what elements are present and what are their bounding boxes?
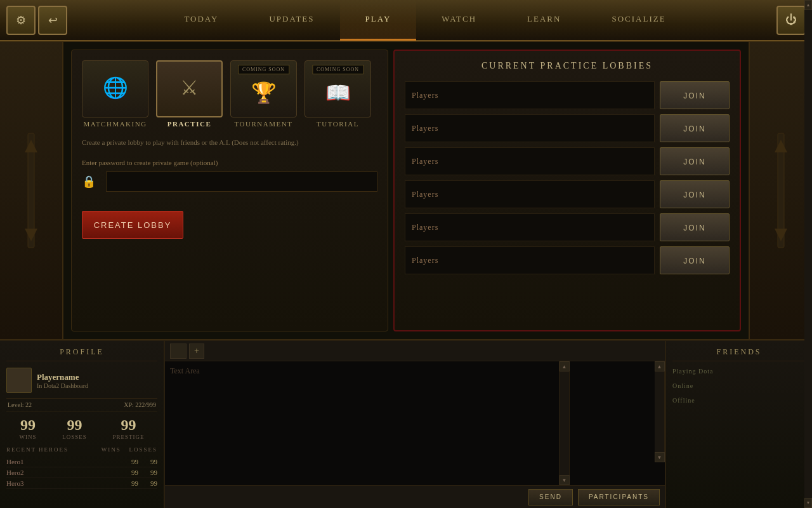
main-content: 🌐 Matchmaking ⚔ Practice Coming Soon 🏆 bbox=[0, 41, 812, 340]
practice-label: Practice bbox=[167, 120, 211, 128]
users-scroll-down-button[interactable]: ▼ bbox=[655, 452, 665, 462]
matchmaking-mode-btn[interactable]: 🌐 bbox=[82, 60, 148, 117]
profile-xp: XP: 222/999 bbox=[124, 401, 156, 408]
chat-scroll-down-button[interactable]: ▼ bbox=[560, 475, 570, 485]
recent-heroes-list: Hero1 99 99 Hero2 99 99 Hero3 99 99 bbox=[6, 457, 157, 489]
matchmaking-label: Matchmaking bbox=[83, 120, 147, 128]
add-chat-tab-button[interactable]: + bbox=[189, 344, 204, 359]
recent-heroes-header: Recent Heroes Wins Losses bbox=[6, 446, 157, 453]
hero-name-3: Hero3 bbox=[6, 479, 119, 487]
lobbies-title: Current Practice Lobbies bbox=[405, 61, 730, 71]
participants-button[interactable]: Participants bbox=[578, 489, 660, 505]
tab-today[interactable]: Today bbox=[159, 0, 244, 41]
chat-scroll[interactable]: ▲ ▼ bbox=[560, 361, 570, 485]
back-button[interactable]: ↩ bbox=[38, 6, 67, 35]
chat-users-area: ▲ ▼ bbox=[570, 361, 665, 485]
right-decoration bbox=[749, 42, 812, 339]
practice-mode-btn[interactable]: ⚔ bbox=[156, 60, 223, 117]
tab-learn[interactable]: Learn bbox=[502, 0, 586, 41]
join-button-6[interactable]: Join bbox=[660, 246, 730, 274]
lobby-row: Players Join bbox=[405, 147, 730, 175]
offline-label: Offline bbox=[672, 397, 806, 404]
right-panel: Current Practice Lobbies Players Join Pl… bbox=[393, 50, 741, 331]
svg-marker-2 bbox=[25, 229, 37, 241]
tutorial-label: Tutorial bbox=[317, 120, 359, 128]
hero-wins-1: 99 bbox=[119, 458, 138, 465]
tab-watch[interactable]: Watch bbox=[416, 0, 502, 41]
hero-losses-2: 99 bbox=[138, 469, 157, 476]
friends-panel: Friends Playing Dota Online Offline ▲ ▼ bbox=[666, 341, 812, 508]
lobby-row: Players Join bbox=[405, 114, 730, 142]
users-scroll-up-button[interactable]: ▲ bbox=[655, 361, 665, 371]
panels-area: 🌐 Matchmaking ⚔ Practice Coming Soon 🏆 bbox=[63, 42, 749, 339]
join-button-5[interactable]: Join bbox=[660, 213, 730, 241]
hero-row-1: Hero1 99 99 bbox=[6, 457, 157, 467]
hero-row-2: Hero2 99 99 bbox=[6, 467, 157, 478]
chat-panel: + Text Area ▲ ▼ ▲ ▼ Send Participants bbox=[165, 341, 666, 508]
password-label: Enter password to create private game (o… bbox=[82, 159, 377, 166]
tutorial-icon: 📖 bbox=[325, 81, 351, 105]
mode-description: Create a private lobby to play with frie… bbox=[82, 138, 377, 147]
hero-losses-1: 99 bbox=[138, 458, 157, 465]
friends-title: Friends bbox=[672, 347, 806, 361]
profile-panel: Profile Playername In Dota2 Dashboard Le… bbox=[0, 341, 165, 508]
friends-scroll-up[interactable]: ▲ bbox=[804, 0, 812, 10]
chat-tabs: + bbox=[165, 341, 665, 361]
create-lobby-button[interactable]: Create Lobby bbox=[82, 211, 183, 239]
tab-play[interactable]: Play bbox=[340, 0, 417, 41]
chat-scroll-up-button[interactable]: ▲ bbox=[560, 361, 570, 371]
hero-wins-3: 99 bbox=[119, 479, 138, 487]
losses-value: 99 bbox=[62, 417, 87, 434]
svg-marker-4 bbox=[775, 140, 787, 152]
tournament-icon: 🏆 bbox=[251, 81, 277, 105]
lobby-row: Players Join bbox=[405, 246, 730, 274]
prestige-stat: 99 Prestige bbox=[113, 417, 145, 440]
hero-name-2: Hero2 bbox=[6, 469, 119, 476]
lobby-row: Players Join bbox=[405, 213, 730, 241]
tab-updates[interactable]: Updates bbox=[244, 0, 339, 41]
profile-info: Playername In Dota2 Dashboard bbox=[37, 372, 88, 389]
hero-wins-2: 99 bbox=[119, 469, 138, 476]
chat-tab[interactable] bbox=[170, 344, 187, 359]
power-button[interactable]: ⏻ bbox=[776, 6, 806, 35]
prestige-label: Prestige bbox=[113, 434, 145, 440]
profile-status: In Dota2 Dashboard bbox=[37, 382, 88, 389]
friends-scrollbar[interactable]: ▲ ▼ bbox=[804, 0, 812, 508]
join-button-4[interactable]: Join bbox=[660, 180, 730, 208]
left-panel: 🌐 Matchmaking ⚔ Practice Coming Soon 🏆 bbox=[71, 50, 388, 331]
tab-socialize[interactable]: Socialize bbox=[586, 0, 691, 41]
password-input[interactable] bbox=[106, 171, 377, 192]
chat-body: Text Area ▲ ▼ ▲ ▼ bbox=[165, 361, 665, 485]
tournament-mode-btn[interactable]: Coming Soon 🏆 bbox=[230, 60, 297, 117]
settings-button[interactable]: ⚙ bbox=[6, 6, 36, 35]
losses-stat: 99 Losses bbox=[62, 417, 87, 440]
avatar bbox=[6, 368, 32, 393]
matchmaking-icon: 🌐 bbox=[103, 76, 128, 100]
top-bar: ⚙ ↩ Today Updates Play Watch Learn Socia… bbox=[0, 0, 812, 41]
top-icons: ⚙ ↩ bbox=[0, 6, 74, 35]
hero-name-1: Hero1 bbox=[6, 458, 119, 465]
chat-text-label: Text Area bbox=[170, 366, 200, 375]
chat-text-area[interactable]: Text Area bbox=[165, 361, 560, 485]
tutorial-mode-btn[interactable]: Coming Soon 📖 bbox=[304, 60, 371, 117]
hero-losses-3: 99 bbox=[138, 479, 157, 487]
lobby-info-3: Players bbox=[405, 147, 655, 175]
friends-scroll-down[interactable]: ▼ bbox=[804, 498, 812, 508]
tournament-coming-soon: Coming Soon bbox=[238, 65, 289, 74]
join-button-2[interactable]: Join bbox=[660, 114, 730, 142]
profile-xp-row: Level: 22 XP: 222/999 bbox=[6, 398, 157, 411]
hero-row-3: Hero3 99 99 bbox=[6, 478, 157, 489]
send-button[interactable]: Send bbox=[528, 489, 573, 505]
mode-icons: 🌐 Matchmaking ⚔ Practice Coming Soon 🏆 bbox=[82, 60, 377, 128]
chat-bottom: Send Participants bbox=[165, 485, 665, 508]
users-scroll[interactable]: ▲ ▼ bbox=[655, 361, 665, 462]
join-button-1[interactable]: Join bbox=[660, 81, 730, 109]
lobby-row: Players Join bbox=[405, 180, 730, 208]
playing-dota-label: Playing Dota bbox=[672, 368, 806, 375]
password-row: 🔒 bbox=[82, 171, 377, 192]
lobby-info-1: Players bbox=[405, 81, 655, 109]
profile-title: Profile bbox=[6, 347, 157, 361]
wins-value: 99 bbox=[19, 417, 36, 434]
join-button-3[interactable]: Join bbox=[660, 147, 730, 175]
wins-stat: 99 Wins bbox=[19, 417, 36, 440]
